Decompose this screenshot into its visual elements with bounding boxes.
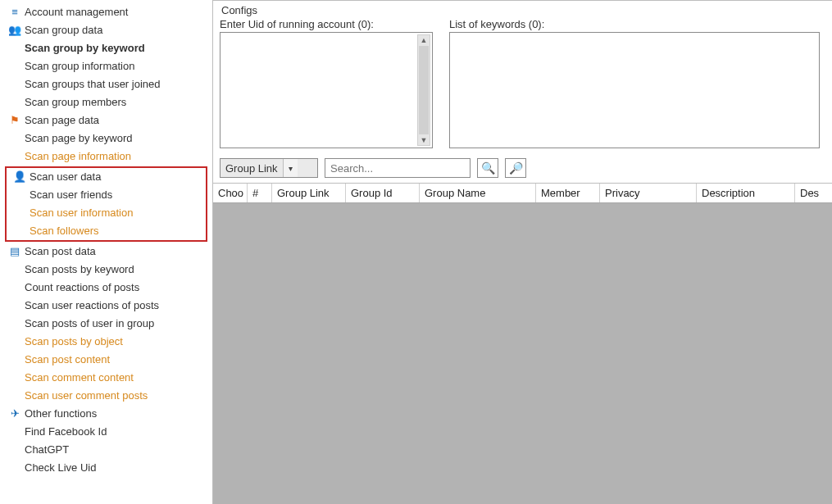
sidebar-item-label: Scan group information — [25, 59, 134, 74]
sidebar-item-label: Scan page data — [25, 113, 99, 128]
sidebar-item-label: Scan group members — [25, 95, 126, 110]
group-icon: 👥 — [8, 24, 21, 37]
sidebar-item-label: Scan followers — [30, 224, 99, 238]
sidebar-item-sub[interactable]: Scan comment content — [0, 369, 212, 387]
sidebar-item-sub[interactable]: Scan followers — [7, 222, 206, 240]
sidebar-item-sub[interactable]: Scan user information — [7, 204, 206, 222]
uid-label: Enter Uid of running account (0): — [220, 18, 433, 30]
sidebar-item-sub[interactable]: Scan posts by keyword — [0, 261, 212, 279]
column-header-index[interactable]: # — [248, 184, 272, 202]
chevron-down-icon[interactable]: ▾ — [283, 159, 298, 177]
sidebar-item-label: Scan page by keyword — [25, 131, 133, 146]
sidebar-item-label: Scan post content — [25, 352, 110, 367]
sidebar-item-label: ChatGPT — [25, 443, 69, 457]
table-header-row: Choo#Group LinkGroup IdGroup NameMemberP… — [213, 184, 832, 203]
sidebar-item-root[interactable]: 👥Scan group data — [0, 21, 212, 39]
sidebar-item-root[interactable]: ≡Account management — [0, 3, 212, 21]
menu-icon: ≡ — [8, 6, 21, 19]
sidebar-item-label: Scan user information — [30, 206, 133, 220]
sidebar-item-label: Scan page information — [25, 149, 131, 164]
sidebar-item-label: Check Live Uid — [25, 461, 96, 475]
sidebar-item-label: Scan user reactions of posts — [25, 298, 159, 313]
app-root: ≡Account management👥Scan group dataScan … — [0, 0, 832, 504]
sidebar-item-sub[interactable]: ChatGPT — [0, 441, 212, 459]
sidebar-item-label: Scan groups that user joined — [25, 77, 161, 92]
sidebar-item-root[interactable]: 👤Scan user data — [7, 168, 206, 186]
column-header-group_name[interactable]: Group Name — [420, 184, 536, 202]
search-input[interactable] — [325, 158, 471, 178]
sidebar-item-sub[interactable]: Scan user comment posts — [0, 387, 212, 405]
sidebar-item-sub[interactable]: Scan groups that user joined — [0, 75, 212, 93]
column-header-des2[interactable]: Des — [795, 184, 828, 202]
results-table: Choo#Group LinkGroup IdGroup NameMemberP… — [213, 183, 832, 504]
keywords-label: List of keywords (0): — [449, 18, 820, 30]
column-header-group_link[interactable]: Group Link — [272, 184, 346, 202]
uid-textarea[interactable]: ▲ ▼ — [220, 32, 433, 148]
sidebar-item-label: Scan posts by object — [25, 334, 123, 349]
sidebar-item-label: Scan group by keyword — [25, 41, 145, 56]
user-icon: 👤 — [13, 170, 26, 184]
sidebar-item-sub[interactable]: Scan group information — [0, 57, 212, 75]
table-body-empty — [213, 203, 832, 504]
search-button[interactable]: 🔍 — [477, 158, 498, 178]
column-header-privacy[interactable]: Privacy — [600, 184, 697, 202]
sidebar-item-sub[interactable]: Scan posts by object — [0, 333, 212, 351]
scroll-up-icon[interactable]: ▲ — [418, 35, 430, 45]
sidebar-item-sub[interactable]: Scan page by keyword — [0, 129, 212, 148]
sidebar-item-label: Scan comment content — [25, 370, 134, 385]
column-header-description[interactable]: Description — [697, 184, 795, 202]
keywords-field: List of keywords (0): — [449, 18, 820, 148]
highlighted-section: 👤Scan user dataScan user friendsScan use… — [5, 166, 207, 242]
zoom-icon: 🔎 — [509, 161, 523, 175]
sidebar-item-sub[interactable]: Scan group by keyword — [0, 39, 212, 57]
sidebar-item-sub[interactable]: Scan user reactions of posts — [0, 297, 212, 315]
configs-group: Configs Enter Uid of running account (0)… — [213, 0, 832, 155]
sidebar-item-label: Scan posts by keyword — [25, 262, 134, 277]
sidebar-item-sub[interactable]: Scan group members — [0, 93, 212, 111]
sidebar-item-root[interactable]: ⚑Scan page data — [0, 111, 212, 129]
configs-title: Configs — [220, 4, 825, 16]
sidebar-item-label: Scan user data — [30, 170, 101, 184]
column-header-member[interactable]: Member — [536, 184, 600, 202]
search-icon: 🔍 — [481, 161, 495, 175]
post-icon: ▤ — [8, 245, 21, 258]
rocket-icon: ✈ — [8, 407, 21, 420]
column-header-choose[interactable]: Choo — [213, 184, 248, 202]
uid-scrollbar[interactable]: ▲ ▼ — [417, 34, 430, 146]
uid-field: Enter Uid of running account (0): ▲ ▼ — [220, 18, 433, 148]
sidebar-item-root[interactable]: ✈Other functions — [0, 405, 212, 423]
sidebar-item-label: Scan post data — [25, 244, 96, 259]
main-panel: Configs Enter Uid of running account (0)… — [213, 0, 832, 504]
sidebar-item-sub[interactable]: Scan posts of user in group — [0, 315, 212, 333]
sidebar-item-sub[interactable]: Count reactions of posts — [0, 279, 212, 297]
sidebar-item-label: Other functions — [25, 406, 97, 421]
sidebar-item-sub[interactable]: Scan post content — [0, 351, 212, 369]
scroll-thumb[interactable] — [419, 46, 429, 134]
column-header-group_id[interactable]: Group Id — [346, 184, 420, 202]
sidebar-item-sub[interactable]: Scan user friends — [7, 186, 206, 204]
filter-combo[interactable]: Group Link ▾ — [220, 158, 318, 178]
sidebar-item-root[interactable]: ▤Scan post data — [0, 243, 212, 261]
sidebar-item-label: Scan user comment posts — [25, 388, 148, 403]
sidebar-item-label: Scan posts of user in group — [25, 316, 154, 331]
keywords-textarea[interactable] — [449, 32, 820, 148]
sidebar: ≡Account management👥Scan group dataScan … — [0, 0, 213, 504]
sidebar-item-label: Scan user friends — [30, 188, 112, 202]
filter-combo-value: Group Link — [221, 162, 283, 175]
sidebar-item-sub[interactable]: Check Live Uid — [0, 459, 212, 477]
search-toolbar: Group Link ▾ 🔍 🔎 — [213, 155, 832, 183]
sidebar-item-label: Find Facebook Id — [25, 425, 107, 439]
scroll-down-icon[interactable]: ▼ — [418, 135, 430, 145]
sidebar-item-label: Scan group data — [25, 23, 102, 38]
sidebar-item-label: Account management — [25, 5, 128, 20]
sidebar-item-label: Count reactions of posts — [25, 280, 139, 295]
flag-icon: ⚑ — [8, 114, 21, 127]
sidebar-item-sub[interactable]: Scan page information — [0, 148, 212, 166]
sidebar-item-sub[interactable]: Find Facebook Id — [0, 423, 212, 441]
zoom-button[interactable]: 🔎 — [505, 158, 526, 178]
